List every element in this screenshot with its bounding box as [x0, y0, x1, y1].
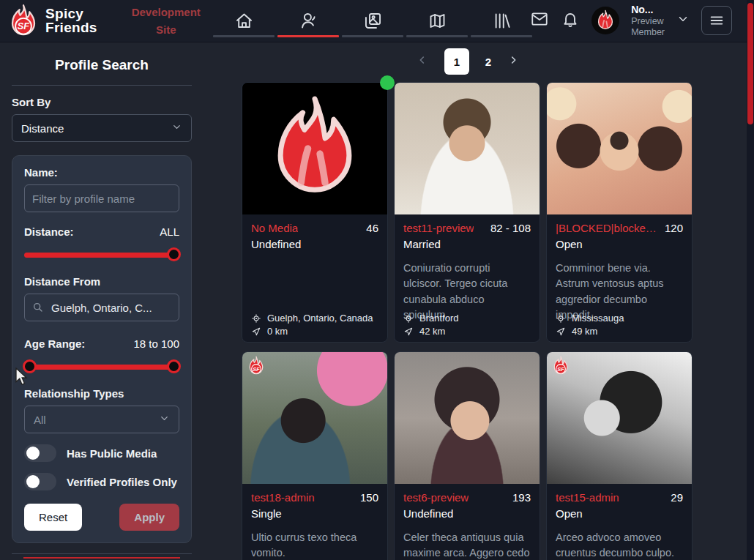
nav-tab-gallery[interactable] [340, 0, 405, 42]
page-title: Profile Search [12, 57, 192, 73]
tab-underline [213, 35, 275, 37]
brand-name: Spicy Friends [45, 7, 97, 34]
age-slider-track [24, 365, 179, 370]
navigation-icon [556, 326, 566, 337]
environment-label: Development Site [122, 4, 210, 38]
filters-panel: Name: Distance: ALL Distance From Age Ra… [12, 155, 192, 543]
profile-card[interactable]: test18-admin 150 Single Ultio currus tex… [242, 351, 388, 560]
profile-card[interactable]: No Media 46 Undefined Guelph, Ontario, C… [242, 82, 388, 343]
relationship-types-select[interactable]: All [24, 406, 179, 433]
sort-by-label: Sort By [12, 96, 192, 108]
gallery-icon [363, 11, 383, 31]
distance-from-field [24, 288, 179, 321]
profile-photo[interactable] [395, 83, 540, 214]
age-range-value: 18 to 100 [133, 337, 179, 350]
brand[interactable]: Spicy Friends [6, 4, 97, 39]
sf-badge-icon [550, 356, 571, 376]
profile-card-footer: Brantford 42 km [403, 310, 531, 337]
profile-photo[interactable] [547, 352, 692, 484]
nav-tab-map[interactable] [405, 0, 469, 42]
nav-tab-profiles[interactable] [276, 0, 340, 42]
hamburger-menu-button[interactable] [701, 6, 732, 35]
location-icon [403, 313, 414, 324]
app-root: Spicy Friends Development Site [0, 0, 754, 560]
top-navbar: Spicy Friends Development Site [0, 0, 754, 42]
distance-from-input[interactable] [24, 294, 179, 321]
profile-name[interactable]: test18-admin [251, 491, 315, 504]
home-icon [234, 11, 254, 31]
navigation-icon [403, 326, 414, 337]
profile-status: Single [251, 507, 378, 520]
has-public-media-toggle[interactable]: Has Public Media [24, 444, 179, 462]
verified-profiles-label: Verified Profiles Only [67, 476, 177, 488]
distance-slider[interactable] [24, 247, 179, 262]
profile-photo[interactable] [242, 83, 387, 214]
tab-underline [406, 35, 468, 37]
reset-button[interactable]: Reset [24, 504, 82, 531]
profile-photo[interactable] [242, 352, 387, 484]
profile-name[interactable]: No Media [251, 222, 298, 234]
distance-from-label: Distance From [24, 275, 179, 288]
profile-name[interactable]: test11-preview [403, 222, 474, 234]
age-slider-min-thumb[interactable] [23, 359, 37, 373]
age-slider-max-thumb[interactable] [167, 359, 181, 373]
distance-slider-track [24, 253, 179, 258]
distance-slider-thumb[interactable] [167, 247, 181, 261]
prev-page-button[interactable] [417, 54, 428, 69]
tab-underline-active [277, 35, 339, 37]
nav-tab-home[interactable] [212, 0, 276, 42]
main-nav-tabs [212, 0, 534, 42]
page-scrollbar[interactable] [747, 0, 754, 560]
toggle-switch-off[interactable] [24, 444, 56, 462]
toggle-switch-off[interactable] [24, 473, 56, 490]
toggle-knob [26, 475, 40, 488]
divider [12, 553, 192, 554]
profile-card-footer: Mississauga 49 km [556, 310, 683, 337]
profile-card[interactable]: |BLOCKED|blocked+4-... 120 Open Comminor… [546, 82, 693, 343]
profile-name[interactable]: test15-admin [556, 491, 619, 504]
page-1-button[interactable]: 1 [444, 48, 469, 75]
profile-card-grid: No Media 46 Undefined Guelph, Ontario, C… [242, 82, 754, 560]
scrollbar-thumb[interactable] [747, 3, 753, 124]
notifications-button[interactable] [561, 10, 580, 31]
profile-photo[interactable] [547, 83, 692, 214]
user-menu[interactable]: No... Preview Member [631, 4, 665, 38]
sort-by-select[interactable]: Distance [12, 114, 192, 142]
pagination: 1 2 [204, 48, 732, 75]
page-2-button[interactable]: 2 [485, 56, 491, 68]
profile-distance: 42 km [419, 326, 445, 337]
next-page-button[interactable] [507, 54, 519, 69]
user-name: No... [631, 4, 665, 16]
search-results: 1 2 No Media 46 [204, 42, 754, 560]
profile-name[interactable]: |BLOCKED|blocked+4-... [556, 222, 660, 234]
location-icon [251, 313, 261, 324]
profile-name[interactable]: test6-preview [403, 491, 469, 504]
library-icon [492, 11, 512, 31]
user-avatar[interactable] [591, 7, 619, 34]
profile-age: 29 [671, 491, 683, 504]
profile-distance: 0 km [267, 326, 288, 337]
profile-status: Open [556, 507, 683, 520]
profile-age: 82 - 108 [490, 222, 531, 234]
distance-value: ALL [160, 225, 179, 238]
search-icon [32, 302, 44, 313]
bell-icon [561, 10, 580, 29]
profile-card[interactable]: test15-admin 29 Open Arceo advoco amoveo… [546, 351, 693, 560]
profile-photo[interactable] [395, 352, 540, 484]
nav-tab-library[interactable] [469, 0, 534, 42]
profile-card[interactable]: test6-preview 193 Undefined Celer theca … [394, 351, 540, 560]
name-filter-input[interactable] [24, 184, 179, 212]
avatar-flame-icon [594, 10, 616, 31]
tab-underline [342, 35, 403, 37]
age-range-slider[interactable] [24, 359, 179, 374]
profile-age: 193 [512, 491, 531, 504]
hamburger-icon [709, 12, 725, 29]
spicy-friends-logo-icon [6, 4, 41, 39]
chevron-down-icon [171, 122, 182, 135]
verified-profiles-toggle[interactable]: Verified Profiles Only [24, 473, 179, 490]
sort-by-value: Distance [21, 122, 64, 135]
profile-age: 46 [366, 222, 378, 234]
user-menu-toggle[interactable] [676, 12, 690, 29]
apply-button[interactable]: Apply [119, 504, 179, 531]
profile-card[interactable]: test11-preview 82 - 108 Married Coniurat… [394, 82, 540, 343]
